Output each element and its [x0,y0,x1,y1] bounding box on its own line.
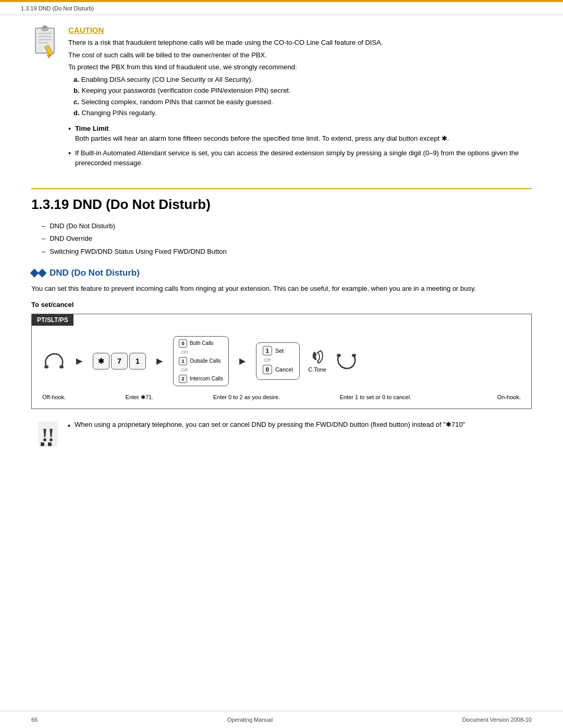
page-content: CAUTION There is a risk that fraudulent … [0,15,563,482]
option-outside-calls: 1 Outside Calls [179,356,223,366]
caution-section: CAUTION There is a risk that fraudulent … [31,26,532,172]
diagram-header: PT/SLT/PS [32,314,74,326]
footer-version: Document Version 2008-10 [462,717,532,723]
option-key-1: 1 [179,357,187,365]
footer-manual: Operating Manual [227,717,273,723]
svg-marker-6 [47,55,51,58]
diagram-content: ▶ ✱ 7 1 ▶ 0 Both Calls OR [32,326,531,391]
note-body: • When using a proprietary telephone, yo… [68,419,532,436]
caution-para1: There is a risk that fraudulent telephon… [68,38,532,48]
procedure-label: To set/cancel [31,301,532,309]
toc-item-2: DND Override [42,233,532,244]
svg-rect-9 [44,365,48,368]
key-1: 1 [129,353,146,369]
set-row: 1 Set [263,346,293,355]
bullet-time-limit: • Time Limit Both parties will hear an a… [68,124,532,144]
footer-page: 66 [31,717,38,723]
bullet-text-1: Time Limit Both parties will hear an ala… [75,124,449,144]
option-or-2: OR [179,366,223,374]
toc-list: DND (Do Not Disturb) DND Override Switch… [31,221,532,257]
arrow-1: ▶ [76,356,82,366]
arrow-3: ▶ [239,356,246,366]
caution-item-c: Selecting complex, random PINs that cann… [74,97,532,107]
svg-rect-10 [59,365,64,368]
top-label: 1.3.19 DND (Do Not Disturb) [0,2,563,15]
key-group: ✱ 7 1 [93,353,146,369]
section-heading: 1.3.19 DND (Do Not Disturb) [31,188,532,213]
caution-list: Enabling DISA security (CO Line Security… [68,75,532,118]
note-bullet-text: When using a proprietary telephone, you … [75,419,465,430]
label-options: Enter 0 to 2 as you desire. [213,393,280,401]
svg-rect-16 [48,442,52,446]
caution-item-a: Enabling DISA security (CO Line Security… [74,75,532,85]
caution-title: CAUTION [68,26,532,34]
offhook-group [42,351,66,372]
option-key-2: 2 [179,375,187,383]
bullet-auto-attendant: • If Built-in Automated Attendant servic… [68,148,532,168]
arrow-2: ▶ [156,356,163,366]
diamond-2 [38,268,47,277]
key-star: ✱ [93,353,109,369]
cancel-row: 0 Cancel [263,365,293,374]
label-enter: Enter ✱71. [126,393,154,401]
svg-rect-8 [43,26,46,29]
options-box: 0 Both Calls OR 1 Outside Calls OR 2 Int… [173,336,229,386]
toc-item-3: Switching FWD/DND Status Using Fixed FWD… [42,246,532,257]
caution-para3: To protect the PBX from this kind of fra… [68,62,532,72]
note-section: !! • When using a proprietary telephone,… [31,419,532,450]
subsection-heading: DND (Do Not Disturb) [31,268,532,278]
caution-item-b: Keeping your passwords (verification cod… [74,85,532,96]
svg-rect-12 [352,354,356,357]
body-text: You can set this feature to prevent inco… [31,283,532,294]
caution-para2: The cost of such calls will be billed to… [68,50,532,60]
onhook-icon [335,351,358,372]
tone-section: C.Tone [308,350,326,373]
diagram-box: PT/SLT/PS ▶ ✱ 7 1 [31,314,532,410]
caution-body: CAUTION There is a risk that fraudulent … [68,26,532,172]
key-7: 7 [111,353,128,369]
label-onhook: On-hook. [497,393,521,401]
or-divider: OR [263,357,293,363]
onhook-group [335,351,358,372]
note-bullet: • When using a proprietary telephone, yo… [68,419,532,431]
option-or-1: OR [179,348,223,356]
svg-rect-15 [41,442,44,446]
bullet-dot-2: • [68,149,71,157]
offhook-icon [42,351,66,372]
sc-key-0: 0 [263,365,272,374]
diagram-labels: Off-hook. Enter ✱71. Enter 0 to 2 as you… [32,391,531,409]
option-both-calls: 0 Both Calls [179,339,223,348]
label-set-cancel: Enter 1 to set or 0 to cancel. [340,393,412,401]
bullet-section: • Time Limit Both parties will hear an a… [68,124,532,168]
svg-rect-0 [35,28,54,53]
note-icon: !! [36,419,59,450]
caution-item-d: Changing PINs regularly. [74,108,532,118]
label-offhook: Off-hook. [42,393,66,401]
tone-phone-icon [311,350,324,364]
footer: 66 Operating Manual Document Version 200… [0,711,563,728]
option-key-0: 0 [179,339,187,348]
option-intercom-calls: 2 Intercom Calls [179,374,223,384]
caution-icon [31,26,60,59]
tone-label: C.Tone [308,366,326,373]
sc-key-1: 1 [263,346,272,355]
toc-item-1: DND (Do Not Disturb) [42,221,532,232]
svg-rect-11 [337,354,341,357]
note-bullet-dot: • [68,421,70,431]
set-cancel-box: 1 Set OR 0 Cancel [256,342,300,380]
bullet-dot-1: • [68,125,71,133]
diamond-icon [31,270,45,276]
bullet-text-2: If Built-in Automated Attendant service … [75,148,532,168]
